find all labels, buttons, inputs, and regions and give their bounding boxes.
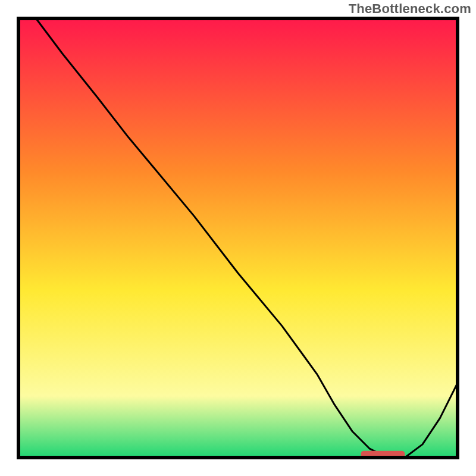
chart-container: TheBottleneck.com	[0, 0, 476, 476]
watermark-text: TheBottleneck.com	[349, 1, 471, 17]
plot-area	[17, 17, 459, 459]
gradient-background	[18, 18, 458, 458]
chart-svg	[17, 17, 459, 459]
